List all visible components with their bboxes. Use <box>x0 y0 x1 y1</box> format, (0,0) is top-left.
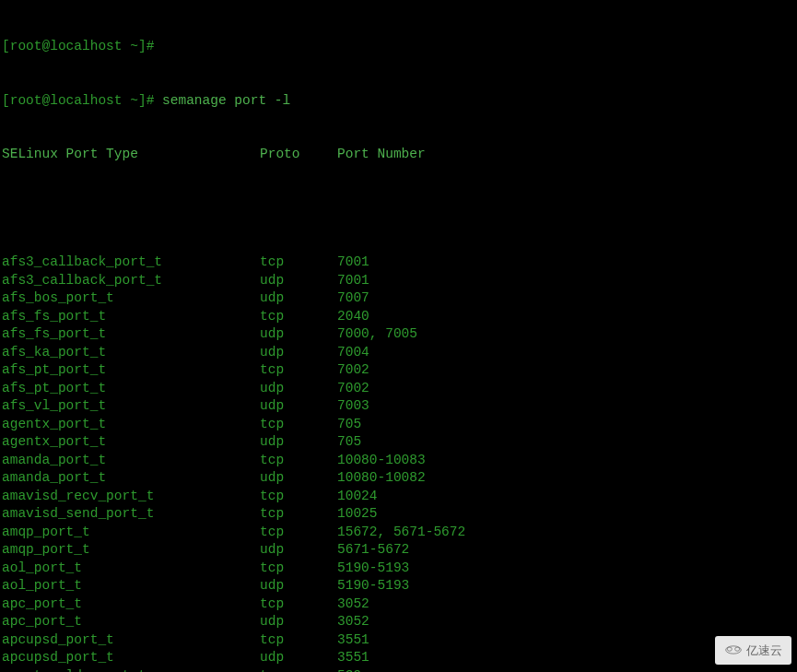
table-row: afs_bos_port_tudp7007 <box>2 289 795 308</box>
table-row: afs_pt_port_ttcp7002 <box>2 361 795 380</box>
port-number-cell: 7004 <box>337 344 369 362</box>
terminal-output[interactable]: [root@localhost ~]# [root@localhost ~]# … <box>2 2 795 672</box>
proto-cell: udp <box>260 289 337 308</box>
proto-cell: udp <box>260 325 337 344</box>
table-row: apcupsd_port_ttcp3551 <box>2 631 795 650</box>
port-type-cell: aol_port_t <box>2 560 260 578</box>
port-number-cell: 5190-5193 <box>337 560 409 578</box>
proto-cell: tcp <box>260 416 337 434</box>
blank-line <box>2 200 795 218</box>
port-number-cell: 7003 <box>337 397 369 416</box>
port-type-cell: afs_vl_port_t <box>2 397 260 416</box>
table-row: amanda_port_ttcp10080-10083 <box>2 452 795 470</box>
port-number-cell: 7001 <box>337 253 369 272</box>
watermark-logo-icon <box>724 643 743 656</box>
port-number-cell: 10080-10082 <box>337 469 426 488</box>
proto-cell: tcp <box>260 524 337 542</box>
port-type-cell: amqp_port_t <box>2 541 260 560</box>
watermark: 亿速云 <box>715 636 791 666</box>
proto-cell: tcp <box>260 361 337 380</box>
port-number-cell: 7002 <box>337 361 369 380</box>
header-proto: Proto <box>260 146 337 164</box>
port-type-cell: afs_fs_port_t <box>2 308 260 326</box>
header-port-type: SELinux Port Type <box>2 146 260 164</box>
port-number-cell: 7007 <box>337 289 369 308</box>
command-text: semanage port -l <box>162 93 290 108</box>
port-type-cell: apc_port_t <box>2 613 260 631</box>
port-type-cell: afs3_callback_port_t <box>2 272 260 290</box>
proto-cell: tcp <box>260 308 337 326</box>
proto-cell: tcp <box>260 631 337 650</box>
table-row: amqp_port_tudp5671-5672 <box>2 541 795 560</box>
proto-cell: tcp <box>260 667 337 673</box>
proto-cell: udp <box>260 272 337 290</box>
proto-cell: tcp <box>260 560 337 578</box>
port-type-cell: amavisd_recv_port_t <box>2 488 260 506</box>
port-number-cell: 15672, 5671-5672 <box>337 524 465 542</box>
port-number-cell: 5190-5193 <box>337 577 409 595</box>
proto-cell: tcp <box>260 452 337 470</box>
proto-cell: udp <box>260 433 337 452</box>
proto-cell: udp <box>260 380 337 398</box>
port-number-cell: 705 <box>337 416 361 434</box>
port-number-cell: 539 <box>337 667 361 673</box>
port-number-cell: 10025 <box>337 505 378 524</box>
port-number-cell: 3052 <box>337 613 369 631</box>
table-row: amavisd_recv_port_ttcp10024 <box>2 488 795 506</box>
port-type-cell: afs_pt_port_t <box>2 361 260 380</box>
proto-cell: tcp <box>260 595 337 614</box>
port-number-cell: 2040 <box>337 308 369 326</box>
port-type-cell: afs_fs_port_t <box>2 325 260 344</box>
port-number-cell: 3551 <box>337 649 369 667</box>
watermark-text: 亿速云 <box>746 642 782 660</box>
port-number-cell: 7001 <box>337 272 369 290</box>
table-row: afs_fs_port_ttcp2040 <box>2 308 795 326</box>
port-type-cell: agentx_port_t <box>2 416 260 434</box>
prompt-prefix: [root@localhost ~]# <box>2 93 162 108</box>
port-type-cell: afs_bos_port_t <box>2 289 260 308</box>
port-number-cell: 5671-5672 <box>337 541 409 560</box>
table-row: afs_ka_port_tudp7004 <box>2 344 795 362</box>
proto-cell: tcp <box>260 253 337 272</box>
port-type-cell: apertus_ldp_port_t <box>2 667 260 673</box>
table-row: afs_vl_port_tudp7003 <box>2 397 795 416</box>
table-row: apc_port_tudp3052 <box>2 613 795 631</box>
prompt-line-1: [root@localhost ~]# <box>2 38 795 56</box>
table-row: apcupsd_port_tudp3551 <box>2 649 795 667</box>
header-port-number: Port Number <box>337 146 426 164</box>
port-type-cell: afs3_callback_port_t <box>2 253 260 272</box>
table-row: aol_port_tudp5190-5193 <box>2 577 795 595</box>
proto-cell: tcp <box>260 488 337 506</box>
svg-point-1 <box>727 647 732 651</box>
proto-cell: udp <box>260 344 337 362</box>
proto-cell: udp <box>260 577 337 595</box>
prompt-text: [root@localhost ~]# <box>2 39 154 53</box>
port-type-cell: amanda_port_t <box>2 452 260 470</box>
port-type-cell: amanda_port_t <box>2 469 260 488</box>
proto-cell: udp <box>260 649 337 667</box>
proto-cell: udp <box>260 541 337 560</box>
port-type-cell: amqp_port_t <box>2 524 260 542</box>
table-row: apc_port_ttcp3052 <box>2 595 795 614</box>
port-type-cell: afs_ka_port_t <box>2 344 260 362</box>
table-row: agentx_port_tudp705 <box>2 433 795 452</box>
svg-point-2 <box>735 647 740 651</box>
port-number-cell: 7000, 7005 <box>337 325 417 344</box>
proto-cell: tcp <box>260 505 337 524</box>
port-number-cell: 10080-10083 <box>337 452 426 470</box>
table-row: amavisd_send_port_ttcp10025 <box>2 505 795 524</box>
proto-cell: udp <box>260 397 337 416</box>
table-row: afs_pt_port_tudp7002 <box>2 380 795 398</box>
table-row: amanda_port_tudp10080-10082 <box>2 469 795 488</box>
proto-cell: udp <box>260 613 337 631</box>
port-number-cell: 3551 <box>337 631 369 650</box>
table-row: agentx_port_ttcp705 <box>2 416 795 434</box>
table-row: afs3_callback_port_tudp7001 <box>2 272 795 290</box>
port-number-cell: 10024 <box>337 488 378 506</box>
table-row: afs3_callback_port_ttcp7001 <box>2 253 795 272</box>
proto-cell: udp <box>260 469 337 488</box>
port-number-cell: 7002 <box>337 380 369 398</box>
table-row: aol_port_ttcp5190-5193 <box>2 560 795 578</box>
port-number-cell: 705 <box>337 433 361 452</box>
port-type-cell: apcupsd_port_t <box>2 649 260 667</box>
